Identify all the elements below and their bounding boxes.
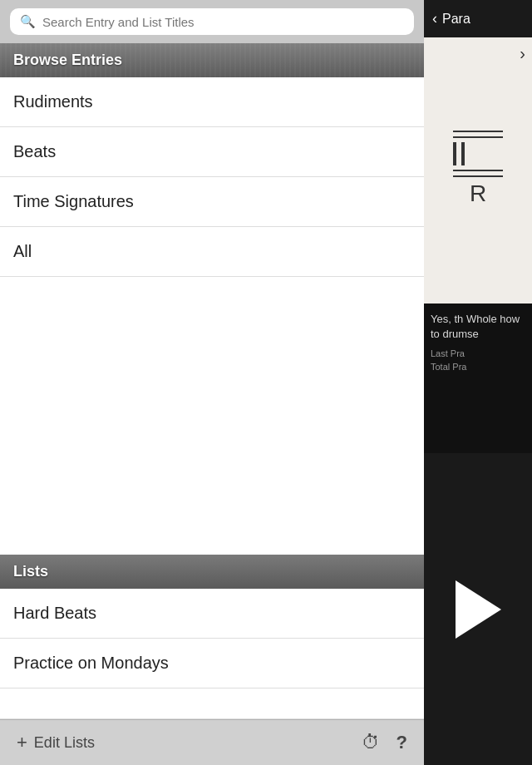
footer-left[interactable]: + Edit Lists — [17, 732, 95, 753]
staff-line-4 — [453, 175, 503, 177]
notation-symbol: R — [453, 131, 503, 210]
list-item-hard-beats[interactable]: Hard Beats — [0, 589, 424, 639]
right-description-text: Yes, th Whole how to drumse — [431, 312, 525, 342]
back-chevron-icon[interactable]: ‹ — [432, 10, 437, 27]
right-text-area: Yes, th Whole how to drumse Last Pra Tot… — [424, 304, 532, 453]
edit-lists-label: Edit Lists — [34, 734, 95, 752]
right-top-bar: ‹ Para — [424, 0, 532, 37]
notation-area: › R — [424, 37, 532, 304]
browse-items-list: Rudiments Beats Time Signatures All — [0, 77, 424, 555]
staff-line-2 — [453, 136, 503, 138]
bar-group — [453, 142, 503, 165]
note-label: R — [470, 180, 486, 207]
bar-line-2 — [461, 142, 465, 165]
browse-item-beats[interactable]: Beats — [0, 127, 424, 177]
browse-item-all[interactable]: All — [0, 227, 424, 277]
play-button-area[interactable] — [424, 453, 532, 765]
footer-right: ⏱ ? — [362, 732, 407, 753]
list-item-practice-mondays-label: Practice on Mondays — [13, 654, 169, 672]
timer-icon[interactable]: ⏱ — [362, 732, 380, 753]
total-practice-label: Total Pra — [431, 362, 525, 372]
note-row — [453, 136, 503, 171]
left-panel: 🔍 Browse Entries Rudiments Beats Time Si… — [0, 0, 424, 765]
browse-item-time-signatures-label: Time Signatures — [13, 192, 134, 210]
browse-item-rudiments-label: Rudiments — [13, 92, 93, 111]
footer: + Edit Lists ⏱ ? — [0, 719, 424, 765]
search-bar: 🔍 — [0, 0, 424, 43]
lists-title: Lists — [13, 563, 48, 580]
browse-item-all-label: All — [13, 242, 32, 260]
browse-entries-header: Browse Entries — [0, 43, 424, 77]
staff-lines — [453, 131, 503, 177]
lists-section: Lists Hard Beats Practice on Mondays — [0, 555, 424, 719]
staff-line-1 — [453, 131, 503, 132]
lists-header: Lists — [0, 555, 424, 589]
add-list-icon: + — [17, 732, 27, 753]
play-icon — [456, 580, 501, 639]
browse-item-rudiments[interactable]: Rudiments — [0, 77, 424, 127]
browse-entries-title: Browse Entries — [13, 52, 122, 68]
list-item-practice-mondays[interactable]: Practice on Mondays — [0, 639, 424, 688]
last-practice-label: Last Pra — [431, 348, 525, 358]
list-item-hard-beats-label: Hard Beats — [13, 604, 96, 622]
search-input[interactable] — [42, 15, 404, 29]
bar-line-1 — [453, 142, 456, 165]
help-icon[interactable]: ? — [397, 732, 407, 753]
search-input-wrapper: 🔍 — [10, 8, 414, 35]
browse-item-beats-label: Beats — [13, 142, 56, 160]
notation-chevron-icon: › — [520, 44, 525, 63]
browse-item-time-signatures[interactable]: Time Signatures — [0, 177, 424, 227]
right-panel: ‹ Para › R — [424, 0, 532, 765]
back-label[interactable]: Para — [442, 12, 470, 27]
staff-line-3 — [453, 170, 503, 171]
list-item-empty — [0, 688, 424, 719]
double-bar — [453, 136, 503, 171]
search-icon: 🔍 — [20, 14, 36, 29]
